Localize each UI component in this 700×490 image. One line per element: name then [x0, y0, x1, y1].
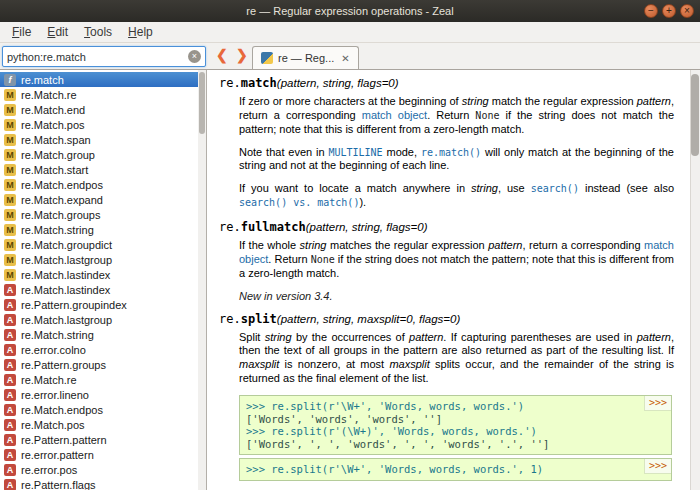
search-result-label: re.Match.start	[21, 164, 88, 176]
attribute-icon: A	[4, 329, 16, 341]
sidebar-scrollbar[interactable]	[198, 70, 206, 490]
doc-link[interactable]: re.match()	[421, 147, 481, 158]
search-result-item[interactable]: Are.Match.lastindex	[0, 282, 206, 297]
signature-re-fullmatch: re.fullmatch(pattern, string, flags=0)	[219, 220, 674, 234]
search-result-item[interactable]: Mre.Match.start	[0, 162, 206, 177]
window-controls: − + ×	[644, 4, 694, 18]
search-result-label: re.Match.endpos	[21, 404, 103, 416]
sig-prefix: re.	[219, 76, 241, 90]
search-result-item[interactable]: Mre.Match.re	[0, 87, 206, 102]
search-result-item[interactable]: Mre.Match.end	[0, 102, 206, 117]
menu-help[interactable]: Help	[120, 23, 161, 41]
search-result-label: re.Match.end	[21, 104, 85, 116]
sig-prefix: re.	[219, 220, 241, 234]
titlebar[interactable]: re — Regular expression operations - Zea…	[0, 0, 700, 22]
attribute-icon: A	[4, 434, 16, 446]
text-segment: . Return	[268, 253, 310, 265]
maximize-icon[interactable]: +	[662, 4, 676, 18]
search-result-item[interactable]: Are.Match.lastgroup	[0, 312, 206, 327]
doc-link[interactable]: search() vs. match()	[239, 197, 359, 208]
search-result-item[interactable]: Are.Match.pos	[0, 417, 206, 432]
attribute-icon: A	[4, 479, 16, 490]
hide-prompts-button[interactable]: >>>	[644, 459, 671, 474]
search-box[interactable]: ×	[2, 46, 206, 67]
minimize-icon[interactable]: −	[644, 4, 658, 18]
search-result-label: re.Match.endpos	[21, 179, 103, 191]
text-segment: , use	[498, 182, 531, 194]
search-result-item[interactable]: Mre.Match.span	[0, 132, 206, 147]
attribute-icon: A	[4, 449, 16, 461]
code-line: >>> re.split(r'\W+', 'Words, words, word…	[246, 463, 665, 476]
tab-re-docs[interactable]: re — Reg... ✕	[252, 46, 359, 69]
code-example-block: >>> >>> re.split(r'\W+', 'Words, words, …	[239, 458, 672, 481]
text-segment: Split	[239, 331, 265, 343]
search-result-item[interactable]: Are.Pattern.flags	[0, 477, 206, 490]
search-result-item[interactable]: Are.error.lineno	[0, 387, 206, 402]
sidebar-scrollbar-handle[interactable]	[199, 72, 205, 134]
search-results-sidebar: fre.matchMre.Match.reMre.Match.endMre.Ma…	[0, 70, 207, 490]
text-segment: matches the regular expression	[327, 239, 489, 251]
text-segment: , return a corresponding	[522, 239, 644, 251]
search-result-label: re.Match.expand	[21, 194, 103, 206]
close-icon[interactable]: ×	[680, 4, 694, 18]
forward-button[interactable]: ❯	[236, 47, 248, 63]
method-icon: M	[4, 134, 16, 146]
code-line: ['Words', ', ', 'words', ', ', 'words', …	[246, 438, 665, 451]
text-segment: pattern	[637, 95, 671, 107]
doc-paragraph: If the whole string matches the regular …	[239, 239, 674, 281]
search-result-item[interactable]: Mre.Match.groupdict	[0, 237, 206, 252]
search-result-item[interactable]: Are.Match.endpos	[0, 402, 206, 417]
menu-tools[interactable]: Tools	[76, 23, 120, 41]
hide-prompts-button[interactable]: >>>	[644, 396, 671, 411]
search-result-item[interactable]: Mre.Match.lastindex	[0, 267, 206, 282]
search-result-item[interactable]: Mre.Match.expand	[0, 192, 206, 207]
doc-link[interactable]: MULTILINE	[328, 147, 382, 158]
search-result-label: re.Match.lastindex	[21, 269, 110, 281]
method-icon: M	[4, 194, 16, 206]
text-segment: string	[265, 331, 292, 343]
search-input[interactable]	[3, 51, 188, 63]
menubar: File Edit Tools Help	[0, 22, 700, 43]
search-result-label: re.Match.pos	[21, 419, 85, 431]
menu-file[interactable]: File	[4, 23, 39, 41]
search-result-item[interactable]: Are.Pattern.pattern	[0, 432, 206, 447]
search-result-item[interactable]: Are.error.pattern	[0, 447, 206, 462]
search-result-item[interactable]: Are.Pattern.groups	[0, 357, 206, 372]
search-result-item[interactable]: Mre.Match.endpos	[0, 177, 206, 192]
search-result-item[interactable]: Mre.Match.pos	[0, 117, 206, 132]
search-result-item[interactable]: Mre.Match.string	[0, 222, 206, 237]
search-result-item[interactable]: Mre.Match.group	[0, 147, 206, 162]
sig-params: (pattern, string, flags=0)	[306, 221, 428, 233]
text-segment: None	[311, 254, 335, 265]
text-segment: is nonzero, at most	[279, 358, 389, 370]
doc-link[interactable]: match object	[362, 109, 427, 121]
method-icon: M	[4, 89, 16, 101]
search-result-item[interactable]: Are.Match.re	[0, 372, 206, 387]
doc-link[interactable]: search()	[531, 183, 579, 194]
text-segment: string	[471, 182, 498, 194]
search-result-item[interactable]: Mre.Match.lastgroup	[0, 252, 206, 267]
text-segment: dit	[55, 25, 68, 39]
content-scrollbar-handle[interactable]	[691, 74, 699, 156]
menu-edit[interactable]: Edit	[39, 23, 76, 41]
search-result-label: re.Pattern.groupindex	[21, 299, 127, 311]
search-result-label: re.Match.string	[21, 329, 94, 341]
clear-search-icon[interactable]: ×	[188, 50, 201, 63]
search-result-item[interactable]: Are.Pattern.groupindex	[0, 297, 206, 312]
method-icon: M	[4, 269, 16, 281]
search-result-item[interactable]: fre.match	[0, 72, 206, 87]
search-result-item[interactable]: Are.error.pos	[0, 462, 206, 477]
text-segment: None	[475, 110, 499, 121]
tab-close-icon[interactable]: ✕	[341, 53, 349, 64]
search-result-label: re.Pattern.flags	[21, 479, 96, 490]
text-segment: If zero or more characters at the beginn…	[239, 95, 462, 107]
search-result-item[interactable]: Are.error.colno	[0, 342, 206, 357]
content-scrollbar[interactable]	[690, 70, 700, 490]
sig-name: fullmatch	[241, 220, 306, 234]
search-result-item[interactable]: Mre.Match.groups	[0, 207, 206, 222]
text-segment: H	[128, 25, 137, 39]
search-result-item[interactable]: Are.Match.string	[0, 327, 206, 342]
search-result-label: re.Match.lastgroup	[21, 254, 112, 266]
back-button[interactable]: ❮	[216, 47, 228, 63]
code-line: >>> re.split(r'(\W+)', 'Words, words, wo…	[246, 425, 665, 438]
